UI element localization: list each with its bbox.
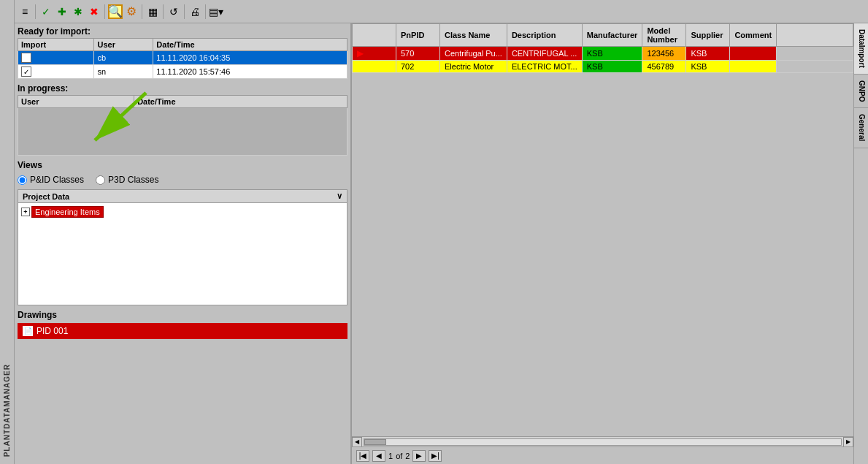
page-current: 1	[388, 452, 393, 460]
hscroll-thumb[interactable]	[364, 439, 386, 445]
print-icon[interactable]: 🖨	[188, 4, 202, 19]
tree-item-engineering[interactable]: + Engineering Items	[21, 206, 344, 218]
page-first-btn[interactable]: |◀	[356, 450, 369, 462]
classname-cell: Electric Motor	[440, 61, 507, 73]
col-description: Description	[507, 24, 582, 47]
expand-icon[interactable]: +	[21, 208, 30, 216]
indicator-cell	[353, 61, 396, 73]
import-checkbox-cell[interactable]: ✓	[18, 51, 94, 65]
views-section: Views P&ID Classes P3D Classes	[18, 160, 347, 185]
data-table-container: PnPID Class Name Description Manufacture…	[352, 23, 853, 436]
drawing-label: PID 001	[37, 326, 68, 336]
left-panel: Ready for import: Import User Date/Time …	[15, 23, 352, 464]
col-modelnumber: ModelNumber	[642, 24, 686, 47]
p3d-classes-radio[interactable]	[96, 175, 105, 185]
toolbar-separator-4	[163, 4, 164, 19]
toolbar-separator-3	[142, 4, 142, 19]
scroll-left-btn[interactable]: ◀	[352, 437, 362, 447]
col-indicator	[353, 24, 396, 47]
import-table-row[interactable]: ✓ cb 11.11.2020 16:04:35	[18, 51, 347, 65]
columns-icon[interactable]: ▦	[145, 4, 160, 19]
p3d-classes-option[interactable]: P3D Classes	[96, 175, 158, 185]
table-empty-area	[352, 73, 853, 365]
drawings-header: Drawings	[18, 310, 347, 320]
project-data-chevron-icon[interactable]: ∨	[337, 191, 342, 201]
page-total: 2	[405, 452, 410, 460]
spacer-cell	[777, 61, 853, 73]
ready-for-import-header: Ready for import:	[18, 26, 347, 37]
scroll-right-btn[interactable]: ▶	[843, 437, 853, 447]
modelnumber-cell: 123456	[642, 47, 686, 61]
main-container: ≡ ✓ ✚ ✱ ✖ 🔍 ⚙ ▦ ↺ 🖨 ▤▾	[15, 0, 868, 464]
project-data-label: Project Data	[23, 192, 69, 201]
pid-classes-radio[interactable]	[18, 175, 27, 185]
indicator-cell: ▶	[353, 47, 396, 61]
col-classname: Class Name	[440, 24, 507, 47]
tab-dataimport[interactable]: DataImport	[854, 23, 868, 75]
wrench-cross-icon[interactable]: ✱	[71, 4, 85, 19]
user-cell: cb	[94, 51, 153, 65]
datetime-col-header: Date/Time	[153, 39, 347, 51]
col-supplier: Supplier	[686, 24, 730, 47]
in-progress-empty-row	[18, 108, 347, 156]
import-checkbox[interactable]: ✓	[21, 66, 31, 77]
comment-cell	[730, 47, 777, 61]
manufacturer-cell: KSB	[582, 47, 642, 61]
comment-cell	[730, 61, 777, 73]
views-header: Views	[18, 160, 347, 170]
in-progress-section: In progress: User Date/Time	[18, 83, 347, 156]
col-comment: Comment	[730, 24, 777, 47]
pnpid-cell: 570	[396, 47, 440, 61]
hamburger-icon[interactable]: ≡	[18, 4, 32, 19]
drawing-item-pid001[interactable]: 📄 PID 001	[18, 323, 347, 339]
datetime-cell: 11.11.2020 15:57:46	[153, 65, 347, 79]
toolbar: ≡ ✓ ✚ ✱ ✖ 🔍 ⚙ ▦ ↺ 🖨 ▤▾	[15, 0, 868, 23]
hscroll-track[interactable]	[364, 438, 842, 446]
pagination-bar: |◀ ◀ 1 of 2 ▶ ▶|	[352, 446, 853, 464]
col-spacer	[777, 24, 853, 47]
search-icon[interactable]: 🔍	[108, 4, 123, 19]
page-last-btn[interactable]: ▶|	[429, 450, 442, 462]
export-icon[interactable]: ▤▾	[209, 4, 223, 19]
page-prev-btn[interactable]: ◀	[372, 450, 385, 462]
row-indicator-icon: ▶	[357, 48, 364, 58]
description-cell: ELECTRIC MOT...	[507, 61, 582, 73]
project-data-header[interactable]: Project Data ∨	[18, 189, 347, 203]
import-table-row[interactable]: ✓ sn 11.11.2020 15:57:46	[18, 65, 347, 79]
manufacturer-cell: KSB	[582, 61, 642, 73]
import-checkbox[interactable]: ✓	[21, 53, 31, 63]
tab-gnpo[interactable]: GNPO	[854, 75, 868, 108]
supplier-cell: KSB	[686, 61, 730, 73]
tab-general[interactable]: General	[854, 108, 868, 148]
p3d-classes-label: P3D Classes	[108, 175, 158, 185]
drawings-section: Drawings 📄 PID 001	[18, 310, 347, 339]
project-data-body: + Engineering Items	[18, 203, 347, 305]
import-table: Import User Date/Time ✓ cb 11.11.2020 16…	[18, 38, 347, 79]
pid-classes-label: P&ID Classes	[30, 175, 84, 185]
gear-icon[interactable]: ⚙	[124, 4, 139, 19]
check-icon[interactable]: ✓	[39, 4, 53, 19]
drawing-file-icon: 📄	[22, 325, 34, 337]
pid-classes-option[interactable]: P&ID Classes	[18, 175, 84, 185]
engineering-items-label: Engineering Items	[31, 206, 104, 218]
data-table: PnPID Class Name Description Manufacture…	[352, 23, 853, 73]
supplier-cell: KSB	[686, 47, 730, 61]
user-cell: sn	[94, 65, 153, 79]
toolbar-separator-2	[104, 4, 105, 19]
refresh-icon[interactable]: ↺	[166, 4, 181, 19]
project-data-section: Project Data ∨ + Engineering Items	[18, 189, 347, 305]
close-red-icon[interactable]: ✖	[87, 4, 101, 19]
horizontal-scrollbar[interactable]: ◀ ▶	[352, 436, 853, 446]
right-sidebar: DataImport GNPO General	[853, 23, 868, 464]
right-panel: PnPID Class Name Description Manufacture…	[352, 23, 853, 464]
left-sidebar-label: PLANTDATAMANAGER	[3, 364, 11, 457]
table-row[interactable]: 702 Electric Motor ELECTRIC MOT... KSB 4…	[353, 61, 853, 73]
spacer-cell	[777, 47, 853, 61]
modelnumber-cell: 456789	[642, 61, 686, 73]
page-next-btn[interactable]: ▶	[412, 450, 426, 462]
import-checkbox-cell[interactable]: ✓	[18, 65, 94, 79]
cross-mark-icon[interactable]: ✚	[55, 4, 69, 19]
table-row[interactable]: ▶ 570 Centrifugal Pu... CENTRIFUGAL ... …	[353, 47, 853, 61]
views-radio-row: P&ID Classes P3D Classes	[18, 175, 347, 185]
col-pnpid: PnPID	[396, 24, 440, 47]
